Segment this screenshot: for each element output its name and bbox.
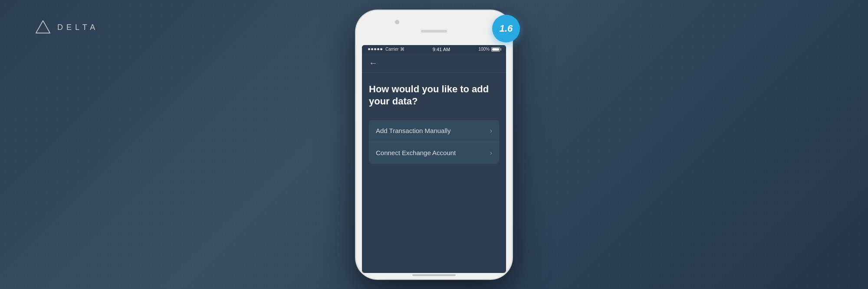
phone-speaker (421, 30, 447, 32)
phone-bottom-bar (356, 273, 512, 279)
menu-list: Add Transaction Manually › Connect Excha… (369, 120, 499, 164)
add-transaction-label: Add Transaction Manually (376, 127, 451, 134)
chevron-right-icon-0: › (490, 127, 492, 135)
nav-bar: ← (362, 54, 506, 73)
status-time: 9:41 AM (433, 47, 450, 52)
connect-exchange-account-item[interactable]: Connect Exchange Account › (369, 142, 499, 164)
phone-mockup: 1.6 Carrier ⌘ (356, 10, 512, 279)
wifi-icon: ⌘ (400, 47, 404, 52)
signal-dot-2 (371, 48, 373, 50)
signal-dot-4 (377, 48, 379, 50)
back-button[interactable]: ← (369, 58, 378, 68)
phone-screen: Carrier ⌘ 9:41 AM 100% ← How would you l… (362, 45, 506, 273)
add-transaction-manually-item[interactable]: Add Transaction Manually › (369, 120, 499, 142)
status-right: 100% (478, 47, 500, 52)
signal-dot-3 (374, 48, 376, 50)
content-area: How would you like to add your data? Add… (362, 73, 506, 171)
chevron-right-icon-1: › (490, 149, 492, 157)
delta-logo-icon (35, 19, 51, 36)
version-text: 1.6 (500, 23, 513, 34)
version-badge: 1.6 (492, 15, 520, 42)
signal-dot-1 (368, 48, 370, 50)
status-left: Carrier ⌘ (368, 47, 404, 52)
carrier-signal (368, 48, 382, 50)
phone-top-bar (356, 10, 512, 45)
battery-icon (491, 47, 500, 52)
connect-exchange-label: Connect Exchange Account (376, 149, 456, 156)
home-indicator (412, 274, 456, 276)
status-bar: Carrier ⌘ 9:41 AM 100% (362, 45, 506, 54)
logo-text: DELTA (57, 23, 99, 32)
phone-camera (395, 20, 399, 24)
battery-fill (492, 48, 499, 51)
svg-marker-0 (36, 21, 50, 33)
logo: DELTA (35, 19, 99, 36)
battery-percent: 100% (478, 47, 490, 52)
signal-dot-5 (380, 48, 382, 50)
phone-frame: Carrier ⌘ 9:41 AM 100% ← How would you l… (356, 10, 512, 279)
carrier-label: Carrier (385, 47, 399, 52)
page-title: How would you like to add your data? (369, 83, 499, 108)
